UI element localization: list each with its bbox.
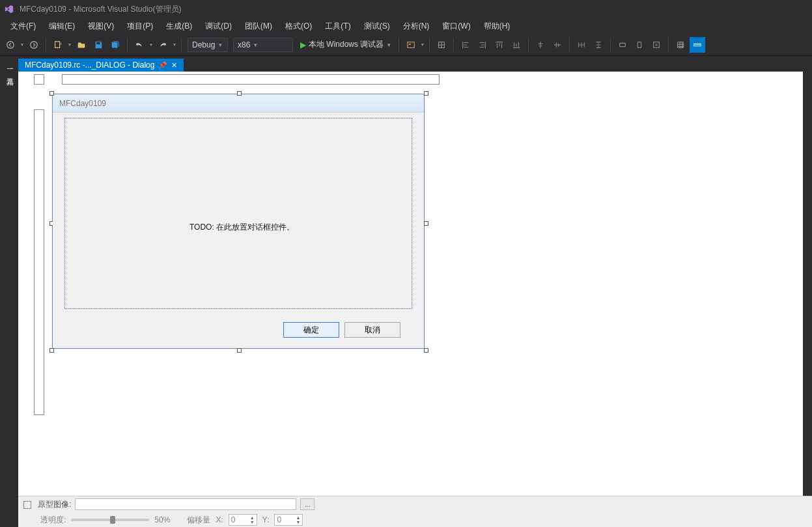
menu-test[interactable]: 测试(S): [357, 20, 397, 33]
new-file-icon[interactable]: [50, 37, 66, 53]
nav-back-icon[interactable]: [3, 37, 18, 53]
resize-handle-sw[interactable]: [49, 348, 54, 353]
dialog-titlebar[interactable]: MFCday0109: [53, 94, 424, 113]
spinner-icon[interactable]: ▲▼: [296, 515, 300, 524]
space-across-icon[interactable]: [574, 37, 589, 53]
vertical-ruler[interactable]: [34, 109, 44, 415]
placeholder-static-text[interactable]: TODO: 在此放置对话框控件。: [189, 222, 294, 233]
menu-view[interactable]: 视图(V): [81, 20, 120, 33]
save-all-icon[interactable]: [107, 37, 123, 53]
offset-y-input[interactable]: 0▲▼: [274, 514, 303, 526]
toolbar-sep: [399, 38, 399, 52]
toggle-ruler-icon[interactable]: [690, 37, 705, 53]
resize-handle-nw[interactable]: [49, 91, 54, 96]
toggle-guides-icon[interactable]: [434, 37, 449, 53]
platform-value: x86: [238, 40, 250, 49]
close-icon[interactable]: ✕: [171, 61, 177, 70]
vs-logo-icon: [4, 4, 14, 14]
center-vert-icon[interactable]: [550, 37, 565, 53]
menu-window[interactable]: 窗口(W): [436, 20, 477, 33]
toolbar-sep: [528, 38, 529, 52]
proto-label: 原型图像:: [38, 499, 71, 510]
same-size-icon[interactable]: [649, 37, 664, 53]
svg-point-0: [7, 41, 14, 48]
align-top-icon[interactable]: [492, 37, 507, 53]
nav-fwd-icon[interactable]: [26, 37, 42, 53]
svg-rect-3: [96, 42, 100, 44]
undo-dropdown[interactable]: ▾: [148, 37, 154, 53]
horizontal-ruler[interactable]: [62, 74, 440, 85]
resize-handle-s[interactable]: [237, 348, 242, 353]
cancel-button[interactable]: 取消: [344, 322, 400, 338]
nav-back-dropdown[interactable]: ▾: [20, 37, 25, 53]
ruler-origin: [34, 74, 44, 85]
toggle-grid-icon[interactable]: [673, 37, 688, 53]
menu-help[interactable]: 帮助(H): [477, 20, 517, 33]
resize-handle-ne[interactable]: [424, 91, 428, 96]
document-tab-label: MFCday0109.rc -..._DIALOG - Dialog: [25, 61, 154, 70]
run-label: 本地 Windows 调试器: [309, 39, 384, 50]
offset-x-input[interactable]: 0▲▼: [229, 514, 257, 526]
menu-edit[interactable]: 编辑(E): [42, 20, 81, 33]
toolbar-sep: [429, 38, 430, 52]
menu-build[interactable]: 生成(B): [160, 20, 199, 33]
spinner-icon[interactable]: ▲▼: [250, 515, 255, 524]
browse-button[interactable]: ...: [300, 498, 315, 510]
dialog-designer-selection[interactable]: MFCday0109 TODO: 在此放置对话框控件。 确定 取消: [52, 94, 425, 349]
resize-handle-n[interactable]: [237, 91, 242, 96]
space-down-icon[interactable]: [591, 37, 606, 53]
dialog-editor-statusbar: 原型图像: ... 透明度: 50% 偏移量 X: 0▲▼ Y: 0▲▼: [18, 496, 812, 527]
start-debug-button[interactable]: ▶本地 Windows 调试器▾: [296, 36, 395, 53]
menu-debug[interactable]: 调试(D): [199, 20, 238, 33]
same-height-icon[interactable]: [632, 37, 647, 53]
slider-thumb[interactable]: [110, 516, 115, 524]
platform-combo[interactable]: x86▾: [233, 38, 293, 52]
toolbar-sep: [181, 38, 182, 52]
side-panel-tabs: 服务器资源管理器 工具箱: [0, 56, 18, 527]
document-tab[interactable]: MFCday0109.rc -..._DIALOG - Dialog 📌 ✕: [18, 59, 184, 72]
menu-team[interactable]: 团队(M): [238, 20, 279, 33]
save-icon[interactable]: [91, 37, 106, 53]
toolbar: ▾ ▾ ▾ ▾ Debug▾ x86▾ ▶本地 Windows 调试器▾ ▾: [0, 34, 812, 56]
config-combo[interactable]: Debug▾: [188, 38, 228, 52]
same-width-icon[interactable]: [615, 37, 630, 53]
side-tab-toolbox[interactable]: 工具箱: [2, 69, 16, 77]
resize-handle-se[interactable]: [424, 348, 428, 353]
ok-button[interactable]: 确定: [283, 322, 339, 338]
opacity-value: 50%: [154, 515, 170, 524]
resize-handle-e[interactable]: [424, 221, 428, 226]
opacity-slider[interactable]: [71, 519, 149, 521]
undo-icon[interactable]: [132, 37, 147, 53]
dialog-body[interactable]: TODO: 在此放置对话框控件。 确定 取消: [53, 113, 424, 348]
center-horz-icon[interactable]: [533, 37, 548, 53]
menu-tools[interactable]: 工具(T): [318, 20, 357, 33]
dialog-preview[interactable]: MFCday0109 TODO: 在此放置对话框控件。 确定 取消: [52, 94, 425, 349]
menu-analyze[interactable]: 分析(N): [397, 20, 436, 33]
redo-icon[interactable]: [155, 37, 171, 53]
proto-checkbox[interactable]: [23, 500, 34, 509]
side-tab-server-explorer[interactable]: 服务器资源管理器: [2, 59, 16, 66]
align-bottom-icon[interactable]: [509, 37, 524, 53]
new-file-dropdown[interactable]: ▾: [67, 37, 72, 53]
pin-icon[interactable]: 📌: [158, 61, 167, 70]
offset-x-label: X:: [216, 515, 223, 524]
redo-dropdown[interactable]: ▾: [172, 37, 177, 53]
opacity-label: 透明度:: [40, 515, 66, 526]
open-file-icon[interactable]: [74, 37, 89, 53]
align-left-icon[interactable]: [458, 37, 473, 53]
menu-file[interactable]: 文件(F): [4, 20, 42, 33]
proto-path-input[interactable]: [75, 498, 296, 510]
toolbar-sep: [610, 38, 611, 52]
align-right-icon[interactable]: [475, 37, 490, 53]
test-dialog-dropdown[interactable]: ▾: [420, 37, 425, 53]
window-title: MFCday0109 - Microsoft Visual Studio(管理员…: [20, 4, 182, 15]
test-dialog-icon[interactable]: [403, 37, 419, 53]
group-box[interactable]: [64, 118, 412, 309]
cancel-button-label: 取消: [365, 325, 380, 336]
toolbar-sep: [668, 38, 669, 52]
menu-project[interactable]: 项目(P): [120, 20, 160, 33]
chevron-down-icon: ▾: [387, 42, 391, 48]
right-gutter: [803, 72, 812, 496]
design-surface[interactable]: MFCday0109 TODO: 在此放置对话框控件。 确定 取消: [26, 72, 812, 496]
menu-format[interactable]: 格式(O): [279, 20, 318, 33]
